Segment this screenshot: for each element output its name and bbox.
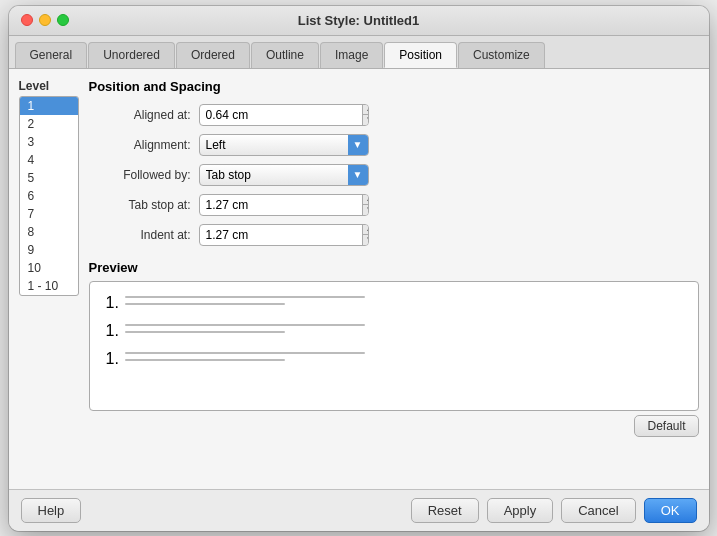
- preview-line-2-1: [125, 324, 365, 326]
- close-button[interactable]: [21, 14, 33, 26]
- preview-item-2: 1.: [106, 324, 682, 340]
- tab-outline[interactable]: Outline: [251, 42, 319, 68]
- main-panel: Position and Spacing Aligned at: ▲ ▼ Ali…: [89, 79, 699, 479]
- aligned-at-row: ▲ ▼: [199, 104, 699, 126]
- alignment-row: Left Right Center ▼: [199, 134, 699, 156]
- preview-title: Preview: [89, 260, 699, 275]
- followed-by-select-control[interactable]: Tab stop Space Nothing ▼: [199, 164, 369, 186]
- aligned-at-down[interactable]: ▼: [363, 115, 369, 125]
- tab-ordered[interactable]: Ordered: [176, 42, 250, 68]
- level-item-1-10[interactable]: 1 - 10: [20, 277, 78, 295]
- preview-number-3: 1.: [106, 350, 119, 368]
- reset-button[interactable]: Reset: [411, 498, 479, 523]
- apply-button[interactable]: Apply: [487, 498, 554, 523]
- tab-stop-at-spinner[interactable]: ▲ ▼: [199, 194, 369, 216]
- followed-by-label: Followed by:: [89, 168, 199, 182]
- level-item-9[interactable]: 9: [20, 241, 78, 259]
- preview-lines-3: [125, 352, 682, 361]
- tab-stop-at-row: ▲ ▼: [199, 194, 699, 216]
- title-bar: List Style: Untitled1: [9, 6, 709, 36]
- aligned-at-spinner[interactable]: ▲ ▼: [199, 104, 369, 126]
- content-area: Level 1 2 3 4 5 6 7 8 9 10 1 - 10 Positi…: [9, 69, 709, 489]
- indent-at-row: ▲ ▼: [199, 224, 699, 246]
- tab-position[interactable]: Position: [384, 42, 457, 68]
- ok-button[interactable]: OK: [644, 498, 697, 523]
- form-grid: Aligned at: ▲ ▼ Alignment: L: [89, 104, 699, 246]
- indent-at-label: Indent at:: [89, 228, 199, 242]
- tab-customize[interactable]: Customize: [458, 42, 545, 68]
- aligned-at-label: Aligned at:: [89, 108, 199, 122]
- footer-right: Reset Apply Cancel OK: [411, 498, 697, 523]
- preview-item-1: 1.: [106, 296, 682, 312]
- preview-section: Preview 1. 1.: [89, 260, 699, 437]
- preview-number-2: 1.: [106, 322, 119, 340]
- preview-line-2-2: [125, 331, 285, 333]
- level-label: Level: [19, 79, 79, 93]
- tab-stop-at-up[interactable]: ▲: [363, 195, 369, 206]
- aligned-at-input[interactable]: [200, 105, 362, 125]
- preview-item-3: 1.: [106, 352, 682, 368]
- tab-stop-at-spinner-buttons: ▲ ▼: [362, 195, 369, 215]
- level-panel: Level 1 2 3 4 5 6 7 8 9 10 1 - 10: [19, 79, 79, 479]
- alignment-select[interactable]: Left Right Center: [200, 135, 348, 155]
- level-item-2[interactable]: 2: [20, 115, 78, 133]
- traffic-lights: [21, 14, 69, 26]
- footer-left: Help: [21, 498, 403, 523]
- aligned-at-up[interactable]: ▲: [363, 105, 369, 116]
- preview-box: 1. 1. 1.: [89, 281, 699, 411]
- footer: Help Reset Apply Cancel OK: [9, 489, 709, 531]
- tab-stop-at-label: Tab stop at:: [89, 198, 199, 212]
- preview-line-3-1: [125, 352, 365, 354]
- aligned-at-spinner-buttons: ▲ ▼: [362, 105, 369, 125]
- default-button[interactable]: Default: [634, 415, 698, 437]
- followed-by-row: Tab stop Space Nothing ▼: [199, 164, 699, 186]
- tab-unordered[interactable]: Unordered: [88, 42, 175, 68]
- followed-by-select[interactable]: Tab stop Space Nothing: [200, 165, 348, 185]
- section-title: Position and Spacing: [89, 79, 699, 94]
- default-btn-area: Default: [89, 411, 699, 437]
- level-item-7[interactable]: 7: [20, 205, 78, 223]
- level-item-6[interactable]: 6: [20, 187, 78, 205]
- indent-at-spinner-buttons: ▲ ▼: [362, 225, 369, 245]
- preview-line-1-1: [125, 296, 365, 298]
- tab-stop-at-down[interactable]: ▼: [363, 205, 369, 215]
- level-item-3[interactable]: 3: [20, 133, 78, 151]
- level-item-4[interactable]: 4: [20, 151, 78, 169]
- level-list: 1 2 3 4 5 6 7 8 9 10 1 - 10: [19, 96, 79, 296]
- minimize-button[interactable]: [39, 14, 51, 26]
- level-item-10[interactable]: 10: [20, 259, 78, 277]
- indent-at-input[interactable]: [200, 225, 362, 245]
- preview-line-1-2: [125, 303, 285, 305]
- followed-by-arrow-icon: ▼: [348, 165, 368, 185]
- alignment-arrow-icon: ▼: [348, 135, 368, 155]
- main-window: List Style: Untitled1 General Unordered …: [9, 6, 709, 531]
- level-item-1[interactable]: 1: [20, 97, 78, 115]
- tab-general[interactable]: General: [15, 42, 88, 68]
- alignment-select-control[interactable]: Left Right Center ▼: [199, 134, 369, 156]
- tab-stop-at-input[interactable]: [200, 195, 362, 215]
- preview-lines-1: [125, 296, 682, 305]
- tabs-bar: General Unordered Ordered Outline Image …: [9, 36, 709, 69]
- preview-line-3-2: [125, 359, 285, 361]
- indent-at-down[interactable]: ▼: [363, 235, 369, 245]
- cancel-button[interactable]: Cancel: [561, 498, 635, 523]
- maximize-button[interactable]: [57, 14, 69, 26]
- preview-lines-2: [125, 324, 682, 333]
- indent-at-up[interactable]: ▲: [363, 225, 369, 236]
- level-item-5[interactable]: 5: [20, 169, 78, 187]
- level-item-8[interactable]: 8: [20, 223, 78, 241]
- alignment-label: Alignment:: [89, 138, 199, 152]
- tab-image[interactable]: Image: [320, 42, 383, 68]
- window-title: List Style: Untitled1: [298, 13, 419, 28]
- help-button[interactable]: Help: [21, 498, 82, 523]
- indent-at-spinner[interactable]: ▲ ▼: [199, 224, 369, 246]
- preview-number-1: 1.: [106, 294, 119, 312]
